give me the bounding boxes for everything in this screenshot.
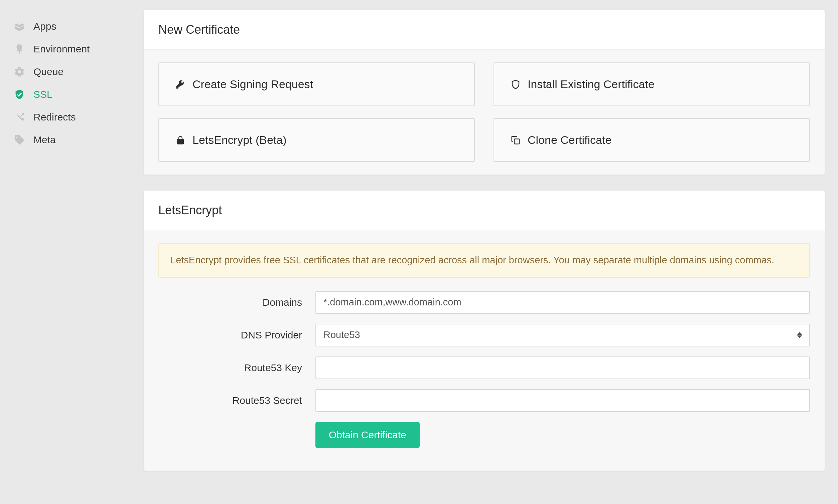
obtain-certificate-button[interactable]: Obtain Certificate [315, 422, 420, 448]
shield-icon [13, 88, 25, 101]
domains-label: Domains [158, 297, 302, 308]
letsencrypt-title: LetsEncrypt [144, 191, 825, 230]
gear-icon [13, 66, 25, 78]
install-existing-certificate-tile[interactable]: Install Existing Certificate [494, 62, 810, 106]
shield-outline-icon [510, 79, 521, 90]
tree-icon [13, 43, 25, 55]
sidebar-item-label: Meta [33, 134, 56, 145]
copy-icon [510, 135, 521, 145]
create-signing-request-tile[interactable]: Create Signing Request [158, 62, 475, 106]
sidebar-item-queue[interactable]: Queue [7, 60, 130, 83]
dns-provider-value: Route53 [323, 329, 360, 340]
svg-rect-0 [514, 139, 519, 144]
tile-label: LetsEncrypt (Beta) [192, 133, 287, 146]
sidebar-item-label: Apps [33, 21, 56, 32]
route53-secret-input[interactable] [315, 389, 810, 412]
sidebar: Apps Environment Queue SSL Redirects [7, 10, 130, 471]
dns-provider-label: DNS Provider [158, 329, 302, 341]
new-certificate-card: New Certificate Create Signing Request I… [144, 10, 825, 175]
route53-key-input[interactable] [315, 357, 810, 379]
sidebar-item-label: Queue [33, 66, 64, 77]
sidebar-item-label: Redirects [33, 111, 76, 123]
lock-icon [175, 135, 186, 145]
tile-label: Create Signing Request [192, 78, 313, 91]
tile-label: Install Existing Certificate [528, 78, 654, 91]
letsencrypt-info-alert: LetsEncrypt provides free SSL certificat… [158, 243, 810, 278]
domains-input[interactable] [315, 291, 810, 314]
clone-certificate-tile[interactable]: Clone Certificate [494, 118, 810, 162]
tag-icon [13, 134, 25, 146]
key-icon [175, 79, 186, 90]
route53-key-label: Route53 Key [158, 362, 302, 374]
shuffle-icon [13, 111, 25, 123]
sidebar-item-label: SSL [33, 89, 52, 100]
sidebar-item-redirects[interactable]: Redirects [7, 106, 130, 128]
sidebar-item-meta[interactable]: Meta [7, 128, 130, 151]
route53-secret-label: Route53 Secret [158, 395, 302, 406]
tile-label: Clone Certificate [528, 133, 612, 146]
sidebar-item-label: Environment [33, 43, 89, 55]
sidebar-item-ssl[interactable]: SSL [7, 83, 130, 106]
letsencrypt-tile[interactable]: LetsEncrypt (Beta) [158, 118, 475, 162]
sidebar-item-environment[interactable]: Environment [7, 38, 130, 60]
letsencrypt-card: LetsEncrypt LetsEncrypt provides free SS… [144, 191, 825, 471]
box-icon [13, 20, 25, 32]
sidebar-item-apps[interactable]: Apps [7, 15, 130, 38]
select-caret-icon [797, 332, 802, 338]
new-certificate-title: New Certificate [144, 10, 825, 50]
dns-provider-select[interactable]: Route53 [315, 324, 810, 346]
